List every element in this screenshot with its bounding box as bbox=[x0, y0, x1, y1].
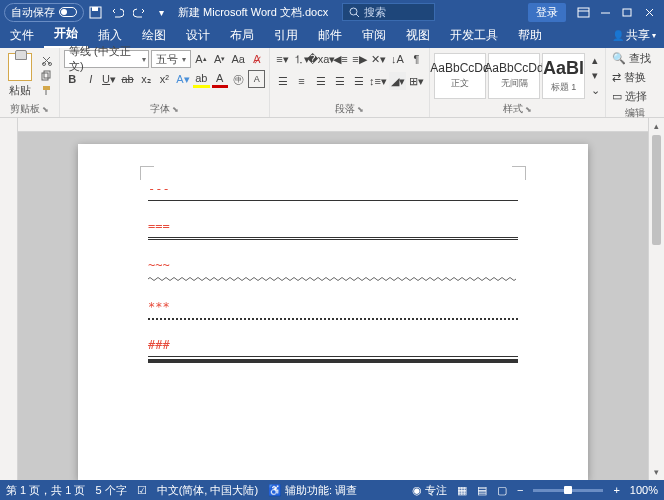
print-layout-view-icon[interactable]: ▦ bbox=[457, 484, 467, 497]
cut-icon[interactable] bbox=[38, 54, 54, 68]
select-icon: ▭ bbox=[612, 90, 622, 103]
paragraph-launcher-icon[interactable]: ⬊ bbox=[357, 105, 364, 114]
svg-rect-13 bbox=[44, 71, 50, 78]
vertical-ruler[interactable] bbox=[0, 118, 18, 480]
svg-point-2 bbox=[350, 8, 357, 15]
focus-mode[interactable]: ◉专注 bbox=[412, 483, 447, 498]
web-layout-view-icon[interactable]: ▢ bbox=[497, 484, 507, 497]
italic-icon[interactable]: I bbox=[82, 70, 98, 88]
font-launcher-icon[interactable]: ⬊ bbox=[172, 105, 179, 114]
sort-icon[interactable]: ↓A bbox=[389, 50, 406, 68]
autosave-toggle[interactable]: 自动保存 bbox=[4, 3, 84, 22]
svg-line-3 bbox=[356, 14, 359, 17]
find-button[interactable]: 🔍查找 bbox=[610, 50, 660, 67]
bold-icon[interactable]: B bbox=[64, 70, 80, 88]
style-nospacing[interactable]: AaBbCcDd无间隔 bbox=[488, 53, 540, 99]
text-effects-icon[interactable]: A▾ bbox=[175, 70, 191, 88]
replace-button[interactable]: ⇄替换 bbox=[610, 69, 660, 86]
read-mode-view-icon[interactable]: ▤ bbox=[477, 484, 487, 497]
copy-icon[interactable] bbox=[38, 69, 54, 83]
multilevel-icon[interactable]: �ха▾ bbox=[312, 50, 330, 68]
font-size-combo[interactable]: 五号▾ bbox=[151, 50, 190, 68]
tab-draw[interactable]: 绘图 bbox=[132, 23, 176, 48]
format-painter-icon[interactable] bbox=[38, 84, 54, 98]
styles-down-icon[interactable]: ▾ bbox=[587, 69, 603, 83]
group-styles-label: 样式 bbox=[503, 102, 523, 116]
ribbon-mode-icon[interactable] bbox=[572, 1, 594, 23]
change-case-icon[interactable]: Aa bbox=[230, 50, 247, 68]
replace-icon: ⇄ bbox=[612, 71, 621, 84]
align-center-icon[interactable]: ≡ bbox=[293, 72, 310, 90]
styles-more-icon[interactable]: ⌄ bbox=[587, 84, 603, 98]
clear-format-icon[interactable]: A̷ bbox=[248, 50, 265, 68]
highlight-icon[interactable]: ab bbox=[193, 70, 209, 88]
strikethrough-icon[interactable]: ab bbox=[119, 70, 135, 88]
grow-font-icon[interactable]: A▴ bbox=[193, 50, 210, 68]
scroll-up-icon[interactable]: ▴ bbox=[649, 118, 664, 134]
styles-launcher-icon[interactable]: ⬊ bbox=[525, 105, 532, 114]
save-icon[interactable] bbox=[84, 1, 106, 23]
tab-developer[interactable]: 开发工具 bbox=[440, 23, 508, 48]
tab-layout[interactable]: 布局 bbox=[220, 23, 264, 48]
language-indicator[interactable]: 中文(简体, 中国大陆) bbox=[157, 483, 258, 498]
phonetic-guide-icon[interactable]: ㊥ bbox=[230, 70, 246, 88]
underline-icon[interactable]: U▾ bbox=[101, 70, 117, 88]
asian-layout-icon[interactable]: ✕▾ bbox=[370, 50, 387, 68]
justify-icon[interactable]: ☰ bbox=[331, 72, 348, 90]
zoom-slider[interactable] bbox=[533, 489, 603, 492]
horizontal-ruler[interactable] bbox=[18, 118, 648, 132]
login-button[interactable]: 登录 bbox=[528, 3, 566, 22]
document-page[interactable]: --- === ~~~ *** ### bbox=[78, 144, 588, 480]
vertical-scrollbar[interactable]: ▴ ▾ bbox=[648, 118, 664, 480]
select-button[interactable]: ▭选择 bbox=[610, 88, 660, 105]
qat-customize-icon[interactable]: ▾ bbox=[150, 1, 172, 23]
tab-design[interactable]: 设计 bbox=[176, 23, 220, 48]
tab-file[interactable]: 文件 bbox=[0, 23, 44, 48]
maximize-icon[interactable] bbox=[616, 1, 638, 23]
clipboard-launcher-icon[interactable]: ⬊ bbox=[42, 105, 49, 114]
share-button[interactable]: 👤共享▾ bbox=[604, 23, 664, 48]
tab-mailings[interactable]: 邮件 bbox=[308, 23, 352, 48]
font-color-icon[interactable]: A bbox=[212, 70, 228, 88]
tab-help[interactable]: 帮助 bbox=[508, 23, 552, 48]
tab-view[interactable]: 视图 bbox=[396, 23, 440, 48]
zoom-level[interactable]: 100% bbox=[630, 484, 658, 496]
line-spacing-icon[interactable]: ↕≡▾ bbox=[369, 72, 387, 90]
borders-icon[interactable]: ⊞▾ bbox=[408, 72, 425, 90]
increase-indent-icon[interactable]: ≡▶ bbox=[351, 50, 368, 68]
subscript-icon[interactable]: x₂ bbox=[138, 70, 154, 88]
margin-corner-icon bbox=[512, 166, 526, 180]
shading-icon[interactable]: ◢▾ bbox=[389, 72, 406, 90]
page-indicator[interactable]: 第 1 页，共 1 页 bbox=[6, 483, 85, 498]
tab-references[interactable]: 引用 bbox=[264, 23, 308, 48]
decrease-indent-icon[interactable]: ◀≡ bbox=[332, 50, 349, 68]
align-right-icon[interactable]: ☰ bbox=[312, 72, 329, 90]
show-marks-icon[interactable]: ¶ bbox=[408, 50, 425, 68]
tab-review[interactable]: 审阅 bbox=[352, 23, 396, 48]
style-normal[interactable]: AaBbCcDd正文 bbox=[434, 53, 486, 99]
distributed-icon[interactable]: ☰ bbox=[350, 72, 367, 90]
char-border-icon[interactable]: A bbox=[248, 70, 265, 88]
font-name-combo[interactable]: 等线 (中文正文)▾ bbox=[64, 50, 149, 68]
scrollbar-thumb[interactable] bbox=[652, 135, 661, 245]
minimize-icon[interactable] bbox=[594, 1, 616, 23]
redo-icon[interactable] bbox=[128, 1, 150, 23]
group-clipboard-label: 剪贴板 bbox=[10, 102, 40, 116]
align-left-icon[interactable]: ☰ bbox=[274, 72, 291, 90]
scroll-down-icon[interactable]: ▾ bbox=[649, 464, 664, 480]
bullets-icon[interactable]: ≡▾ bbox=[274, 50, 291, 68]
text-marker: *** bbox=[148, 300, 170, 314]
zoom-in-icon[interactable]: + bbox=[613, 484, 619, 496]
paste-button[interactable]: 粘贴 bbox=[4, 53, 36, 98]
style-heading1[interactable]: AaBl标题 1 bbox=[542, 53, 585, 99]
superscript-icon[interactable]: x² bbox=[156, 70, 172, 88]
undo-icon[interactable] bbox=[106, 1, 128, 23]
spellcheck-icon[interactable]: ☑ bbox=[137, 484, 147, 497]
accessibility-indicator[interactable]: ♿辅助功能: 调查 bbox=[268, 483, 357, 498]
shrink-font-icon[interactable]: A▾ bbox=[211, 50, 228, 68]
search-box[interactable]: 搜索 bbox=[342, 3, 435, 21]
styles-up-icon[interactable]: ▴ bbox=[587, 54, 603, 68]
zoom-out-icon[interactable]: − bbox=[517, 484, 523, 496]
word-count[interactable]: 5 个字 bbox=[95, 483, 126, 498]
close-icon[interactable] bbox=[638, 1, 660, 23]
